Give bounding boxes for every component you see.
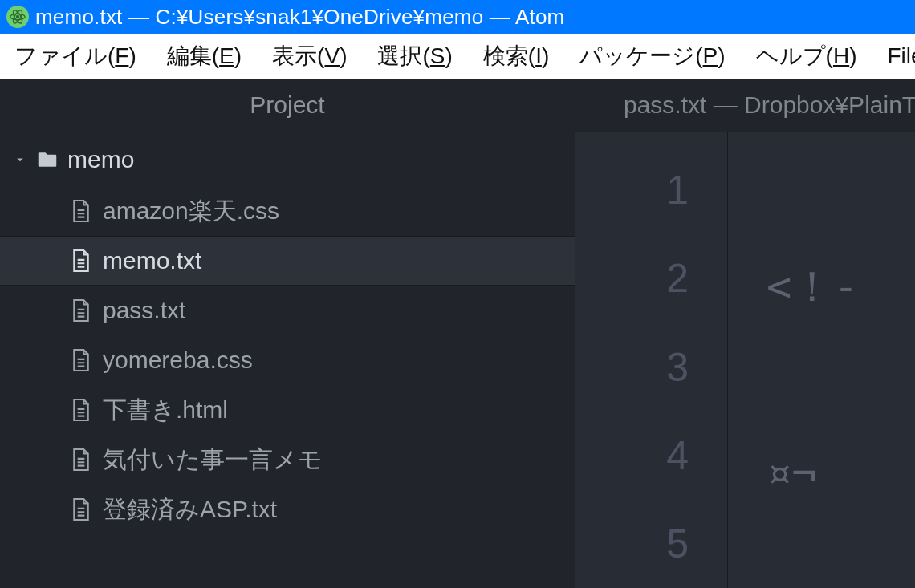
file-tree: memo amazon楽天.css memo.txt pass.txt <box>0 132 575 534</box>
line-number: 4 <box>666 412 689 500</box>
menu-packages[interactable]: パッケージ(P) <box>571 38 733 75</box>
file-item[interactable]: amazon楽天.css <box>0 186 575 236</box>
code-text: ¤¬ <box>767 449 817 497</box>
file-label: 登録済みASP.txt <box>103 493 277 526</box>
editor-tab[interactable]: pass.txt — Dropbox¥PlainT <box>624 91 915 119</box>
file-icon <box>71 397 92 423</box>
menu-help[interactable]: ヘルプ(H) <box>748 38 865 75</box>
file-icon <box>71 497 92 522</box>
file-label: amazon楽天.css <box>103 195 279 228</box>
menu-search[interactable]: 検索(I) <box>475 38 557 75</box>
menubar: ファイル(F) 編集(E) 表示(V) 選択(S) 検索(I) パッケージ(P)… <box>0 34 915 79</box>
file-item-selected[interactable]: memo.txt <box>0 236 575 286</box>
file-item[interactable]: pass.txt <box>0 286 575 335</box>
file-item[interactable]: 下書き.html <box>0 385 575 435</box>
file-item[interactable]: yomereba.css <box>0 335 575 385</box>
file-icon <box>71 447 92 472</box>
line-number: 2 <box>666 234 689 322</box>
file-label: 気付いた事一言メモ <box>103 444 323 476</box>
atom-icon <box>6 6 29 28</box>
file-label: yomereba.css <box>103 347 253 374</box>
line-gutter: 1 2 3 4 5 <box>575 132 728 588</box>
tab-bar: pass.txt — Dropbox¥PlainT <box>575 79 915 132</box>
folder-icon <box>35 148 59 172</box>
code-text: <！- <box>767 259 859 315</box>
file-label: memo.txt <box>103 247 201 274</box>
file-icon <box>71 347 92 373</box>
svg-point-3 <box>17 16 19 18</box>
menu-file-en[interactable]: File <box>879 40 915 72</box>
line-number: 1 <box>666 146 689 234</box>
line-number: 5 <box>666 500 689 588</box>
file-icon <box>71 248 92 274</box>
editor-body[interactable]: 1 2 3 4 5 <！- ¤¬ 当サ 内容 ・料 <box>575 132 915 588</box>
sidebar-header: Project <box>0 79 575 132</box>
root-folder-label: memo <box>67 146 134 173</box>
file-label: 下書き.html <box>103 394 228 427</box>
menu-view[interactable]: 表示(V) <box>264 38 355 75</box>
file-item[interactable]: 気付いた事一言メモ <box>0 435 575 485</box>
file-icon <box>71 198 92 224</box>
chevron-down-icon <box>13 152 27 167</box>
titlebar[interactable]: memo.txt — C:¥Users¥snak1¥OneDrive¥memo … <box>0 0 915 34</box>
window-title: memo.txt — C:¥Users¥snak1¥OneDrive¥memo … <box>35 5 564 30</box>
file-label: pass.txt <box>103 297 185 324</box>
code-area[interactable]: <！- ¤¬ 当サ 内容 ・料 <box>728 132 915 588</box>
project-sidebar: Project memo amazon楽天.css memo.txt <box>0 79 575 588</box>
line-number: 3 <box>666 322 689 411</box>
app-window: memo.txt — C:¥Users¥snak1¥OneDrive¥memo … <box>0 0 915 588</box>
content-area: Project memo amazon楽天.css memo.txt <box>0 79 915 588</box>
tree-root-folder[interactable]: memo <box>0 136 575 183</box>
file-icon <box>71 298 92 323</box>
menu-select[interactable]: 選択(S) <box>369 38 460 75</box>
file-item[interactable]: 登録済みASP.txt <box>0 485 575 534</box>
menu-file[interactable]: ファイル(F) <box>6 38 144 75</box>
menu-edit[interactable]: 編集(E) <box>159 38 250 75</box>
editor-pane: pass.txt — Dropbox¥PlainT 1 2 3 4 5 <！- … <box>575 79 915 588</box>
